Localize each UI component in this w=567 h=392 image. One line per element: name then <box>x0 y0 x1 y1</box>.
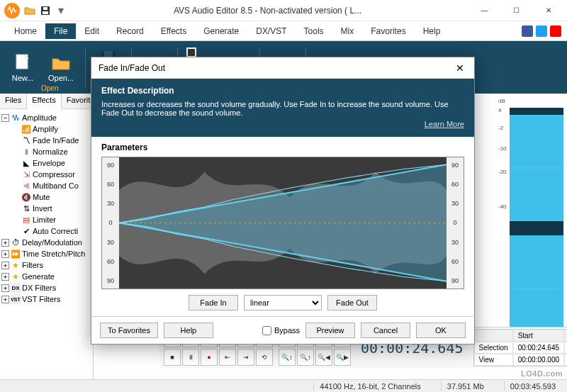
mute-icon: 🔇 <box>21 192 31 202</box>
tree-normalize[interactable]: ⫴Normalize <box>1 146 91 157</box>
fade-dialog: Fade In/Fade Out ✕ Effect Description In… <box>91 57 475 345</box>
close-button[interactable]: ✕ <box>532 1 564 21</box>
expand-icon[interactable]: + <box>1 273 9 281</box>
fade-in-button[interactable]: Fade In <box>189 295 238 310</box>
tab-files[interactable]: Files <box>0 94 27 108</box>
tree-autocorrect[interactable]: ✔Auto Correcti <box>1 225 91 237</box>
menu-effects[interactable]: Effects <box>152 23 195 39</box>
menu-file[interactable]: File <box>45 23 76 39</box>
pause-button[interactable]: ⏸ <box>182 349 199 366</box>
tree-limiter[interactable]: ▤Limiter <box>1 214 91 225</box>
selection-table: Start End Length Selection 00:00:24.645 … <box>473 329 568 366</box>
tree-vstfilters[interactable]: +VSTVST Filters <box>1 293 91 305</box>
waveform-thumbnail[interactable] <box>510 108 563 349</box>
tree-filters[interactable]: +★Filters <box>1 259 91 271</box>
watermark: LO4D.com <box>521 369 563 378</box>
tree-envelope[interactable]: ◣Envelope <box>1 157 91 169</box>
fade-preview-canvas[interactable] <box>119 157 447 289</box>
twitter-icon[interactable] <box>536 26 547 37</box>
sel-start[interactable]: 00:00:24.645 <box>513 342 564 354</box>
social-icons <box>522 26 561 37</box>
view-start[interactable]: 00:00:00.000 <box>513 354 564 366</box>
compressor-icon: ⇲ <box>21 169 31 179</box>
new-icon <box>13 52 33 72</box>
save-icon[interactable] <box>40 5 51 16</box>
desc-text: Increases or decreases the sound volume … <box>101 100 464 117</box>
expand-icon[interactable]: + <box>1 262 9 269</box>
facebook-icon[interactable] <box>522 26 533 37</box>
learn-more-link[interactable]: Learn More <box>425 120 464 128</box>
tree-compressor[interactable]: ⇲Compressor <box>1 169 91 180</box>
loop-button[interactable]: ⟲ <box>256 349 273 366</box>
multiband-icon: ⫷ <box>21 181 31 191</box>
youtube-icon[interactable] <box>550 26 561 37</box>
tree-amplify[interactable]: 📶Amplify <box>1 123 91 135</box>
record-button[interactable]: ● <box>201 349 218 366</box>
stop-button[interactable]: ■ <box>164 349 181 366</box>
zoom-v-in-button[interactable]: 🔍↕ <box>279 349 296 366</box>
tree-mute[interactable]: 🔇Mute <box>1 191 91 203</box>
menu-favorites[interactable]: Favorites <box>362 23 414 39</box>
sel-end[interactable]: 00:03:16.399 <box>564 342 567 354</box>
bypass-checkbox-input[interactable] <box>262 326 271 335</box>
bypass-checkbox[interactable]: Bypass <box>262 326 300 335</box>
qat-dropdown-icon[interactable]: ▾ <box>55 5 67 16</box>
expand-icon[interactable]: + <box>1 250 9 258</box>
dialog-close-button[interactable]: ✕ <box>453 61 467 75</box>
tree-amplitude[interactable]: − Amplitude <box>1 112 91 123</box>
expand-icon[interactable]: + <box>1 284 9 292</box>
open-folder-icon[interactable] <box>24 5 35 16</box>
dialog-title: Fade In/Fade Out <box>99 63 165 73</box>
curve-select[interactable]: linear <box>244 295 322 310</box>
tab-effects[interactable]: Effects <box>27 94 61 109</box>
menu-tools[interactable]: Tools <box>296 23 332 39</box>
cancel-button[interactable]: Cancel <box>361 323 410 338</box>
ok-button[interactable]: OK <box>416 323 466 338</box>
collapse-icon[interactable]: − <box>1 114 9 122</box>
next-marker-button[interactable]: ⇥ <box>237 349 254 366</box>
zoom-left-button[interactable]: 🔍◀ <box>315 349 332 366</box>
menu-generate[interactable]: Generate <box>195 23 247 39</box>
app-icon <box>4 3 20 18</box>
fade-preview-chart[interactable]: 90 60 30 0 30 60 90 <box>101 157 464 289</box>
menu-record[interactable]: Record <box>108 23 152 39</box>
row-view-label: View <box>474 354 513 366</box>
menu-edit[interactable]: Edit <box>76 23 108 39</box>
expand-icon[interactable]: + <box>1 296 9 303</box>
dialog-titlebar[interactable]: Fade In/Fade Out ✕ <box>91 57 474 79</box>
preview-button[interactable]: Preview <box>305 323 355 338</box>
ribbon-new[interactable]: New... <box>6 51 40 84</box>
maximize-button[interactable]: ☐ <box>500 1 532 21</box>
db-scale: dB 4 -2 -10 -20 -40 <box>498 98 508 360</box>
tree-multiband[interactable]: ⫷Multiband Co <box>1 180 91 191</box>
zoom-v-out-button[interactable]: 🔍↕ <box>297 349 314 366</box>
tree-generate[interactable]: +★Generate <box>1 271 91 282</box>
tree-invert[interactable]: ⇅Invert <box>1 203 91 214</box>
vst-icon: VST <box>11 294 21 304</box>
tree-fade[interactable]: 〽Fade In/Fade <box>1 135 91 146</box>
svg-rect-1 <box>43 11 48 14</box>
menubar: Home File Edit Record Effects Generate D… <box>0 21 567 41</box>
star-icon: ★ <box>11 271 21 281</box>
menu-mix[interactable]: Mix <box>332 23 363 39</box>
effects-tree: − Amplitude 📶Amplify 〽Fade In/Fade ⫴Norm… <box>0 109 93 308</box>
fade-out-button[interactable]: Fade Out <box>327 295 377 310</box>
to-favorites-button[interactable]: To Favorites <box>100 323 158 338</box>
desc-header: Effect Description <box>101 86 464 96</box>
tree-timestretch[interactable]: +⏩Time Stretch/Pitch <box>1 248 91 259</box>
menu-help[interactable]: Help <box>415 23 449 39</box>
prev-marker-button[interactable]: ⇤ <box>219 349 236 366</box>
menu-dxvst[interactable]: DX/VST <box>247 23 295 39</box>
tree-delay[interactable]: +⏱Delay/Modulation <box>1 237 91 248</box>
dx-icon: DX <box>11 283 21 293</box>
ribbon-open[interactable]: Open... <box>43 51 79 84</box>
right-scale: 90 60 30 0 30 60 90 <box>447 157 464 289</box>
col-start: Start <box>513 330 564 342</box>
help-button[interactable]: Help <box>164 323 213 338</box>
menu-home[interactable]: Home <box>6 23 45 39</box>
tree-dxfilters[interactable]: +DXDX Filters <box>1 282 91 293</box>
zoom-right-button[interactable]: 🔍▶ <box>334 349 351 366</box>
minimize-button[interactable]: — <box>468 1 500 21</box>
expand-icon[interactable]: + <box>1 239 9 247</box>
view-end[interactable]: 00:03:45.593 <box>564 354 567 366</box>
